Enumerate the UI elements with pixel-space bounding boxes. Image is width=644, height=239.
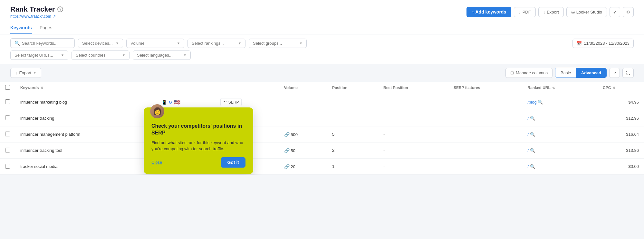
export-button[interactable]: ↓ Export [538,7,564,17]
chevron-down-icon: ▼ [177,41,180,45]
cpc-cell: $12.96 [598,110,644,126]
devices-dropdown[interactable]: Select devices... ▼ [78,39,123,48]
row-checkbox[interactable] [5,148,10,152]
date-picker[interactable]: 📅 11/30/2023 - 11/30/2023 [572,39,634,48]
tab-keywords[interactable]: Keywords [10,23,32,34]
external-link-icon: ↗ [53,14,56,19]
row-checkbox[interactable] [5,99,10,104]
subtitle-link[interactable]: https://www.traackr.com [10,14,51,19]
help-icon[interactable]: ? [57,6,63,12]
cpc-cell: $16.64 [598,126,644,142]
table-header-row: Keywords ⇅ Volume Position Best Position… [0,82,644,94]
row-checkbox-cell[interactable] [0,159,15,175]
view-toggle: Basic Advanced [555,68,607,78]
looker-icon: ◎ [571,10,575,14]
row-checkbox[interactable] [5,115,10,120]
ranked-url-cell[interactable]: / 🔍 [522,142,598,159]
tabs: Keywords Pages [10,23,634,34]
filters: 🔍 Select devices... ▼ Volume ▼ Select ra… [0,34,644,64]
volume-dropdown[interactable]: Volume ▼ [126,39,184,48]
expand-icon-button[interactable]: ⛶ [622,68,634,78]
export-header-icon: ↓ [543,10,545,14]
popup-avatar: 👩 [150,104,164,118]
export-chevron-icon: ▼ [33,71,36,75]
gear-icon: ⚙ [626,10,630,14]
table-row: influencer management platform 📱 G 🇺🇸 〜 … [0,126,644,142]
col-keywords[interactable]: Keywords ⇅ [15,82,156,94]
chevron-down-icon: ▼ [299,41,303,45]
pdf-button[interactable]: ↓ PDF [514,7,536,17]
tab-pages[interactable]: Pages [40,23,53,34]
best-position-cell [378,110,448,126]
search-input-wrapper[interactable]: 🔍 [10,38,75,48]
col-ranked-url[interactable]: Ranked URL ⇅ [522,82,598,94]
countries-dropdown[interactable]: Select countries ▼ [72,51,130,60]
add-keywords-button[interactable]: + Add keywords [466,7,511,17]
select-all-checkbox[interactable] [5,85,10,90]
best-position-cell [378,94,448,110]
search-icon: 🔍 [14,41,20,46]
columns-icon: ⊞ [510,70,514,75]
serp-button[interactable]: 〜 SERP [220,98,242,106]
best-position-cell: - [378,159,448,175]
col-cpc[interactable]: CPC ⇅ [598,82,644,94]
settings-button[interactable]: ⚙ [623,7,634,17]
header: Rank Tracker ? https://www.traackr.com ↗… [0,0,644,34]
search-keywords-input[interactable] [22,41,70,46]
serp-features-cell [448,142,523,159]
keyword-cell: influencer management platform [15,126,156,142]
row-checkbox-cell[interactable] [0,94,15,110]
ranked-url-cell[interactable]: / 🔍 [522,110,598,126]
view-basic-button[interactable]: Basic [555,68,576,78]
target-urls-dropdown[interactable]: Select target URLs... ▼ [10,51,68,60]
best-position-cell: - [378,126,448,142]
table-row: influencer tracking tool 📱 G 🇺🇸 〜 SERP 🔗… [0,142,644,159]
ranked-url-cell[interactable]: /blog 🔍 [522,94,598,110]
select-all-header[interactable] [0,82,15,94]
export-toolbar-button[interactable]: ↓ Export ▼ [10,68,41,78]
row-checkbox[interactable] [5,132,10,136]
col-serp-features[interactable]: SERP features [448,82,523,94]
col-position[interactable]: Position [327,82,378,94]
row-checkbox-cell[interactable] [0,142,15,159]
expand-icon: ⛶ [626,70,630,75]
col-volume[interactable]: Volume [279,82,327,94]
sort-icon: ⇅ [552,86,555,90]
manage-columns-button[interactable]: ⊞ Manage columns [505,68,553,78]
chevron-down-icon: ▼ [116,41,119,45]
share-button[interactable]: ⤢ [610,7,620,17]
chevron-down-icon: ▼ [122,53,125,57]
looker-studio-button[interactable]: ◎ Looker Studio [566,7,607,17]
rankings-dropdown[interactable]: Select rankings... ▼ [187,39,245,48]
volume-cell: 🔗 50 [279,142,327,159]
trend-icon: ↗ [613,70,616,75]
languages-dropdown[interactable]: Select languages... ▼ [133,51,191,60]
col-device [156,82,215,94]
row-checkbox-cell[interactable] [0,126,15,142]
row-checkbox-cell[interactable] [0,110,15,126]
flag-icon: 🇺🇸 [174,99,180,105]
position-cell [327,110,378,126]
popup-got-it-button[interactable]: Got it [221,157,245,168]
export-icon: ↓ [15,70,17,75]
cpc-cell: $4.96 [598,94,644,110]
popup-text: Find out what sites rank for this keywor… [151,140,245,152]
ranked-url-cell[interactable]: / 🔍 [522,159,598,175]
google-icon: G [169,100,172,105]
popup-close-button[interactable]: Close [151,160,162,165]
position-cell [327,94,378,110]
serp-features-cell [448,110,523,126]
competitor-popup: 👩 Check your competitors' positions in S… [144,107,253,174]
calendar-icon: 📅 [577,41,582,46]
view-advanced-button[interactable]: Advanced [576,68,606,78]
ranked-url-cell[interactable]: / 🔍 [522,126,598,142]
row-checkbox[interactable] [5,164,10,169]
popup-actions: Close Got it [151,157,245,168]
popup-overlay: 👩 Check your competitors' positions in S… [144,107,253,174]
col-best-position[interactable]: Best Position [378,82,448,94]
pdf-icon: ↓ [519,10,521,14]
position-cell: 5 [327,126,378,142]
serp-features-cell [448,159,523,175]
trend-icon-button[interactable]: ↗ [609,68,620,78]
groups-dropdown[interactable]: Select groups... ▼ [249,39,307,48]
